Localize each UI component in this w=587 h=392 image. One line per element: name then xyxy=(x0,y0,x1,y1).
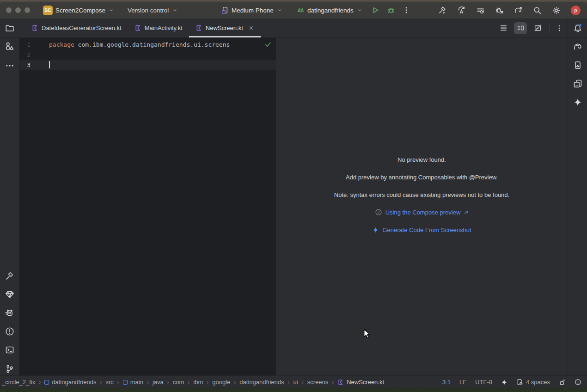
editor-tab-bar: DateIdeasGeneratorScreen.kt MainActivity… xyxy=(0,18,587,38)
run-configuration-selector[interactable]: datingandfriends xyxy=(297,2,362,18)
ai-sparkle-icon xyxy=(372,227,379,233)
breadcrumb-item[interactable]: src xyxy=(105,379,113,386)
version-control-tool-window-icon[interactable] xyxy=(5,364,14,374)
chevron-down-icon xyxy=(357,7,362,13)
close-window-button[interactable] xyxy=(6,7,12,13)
encoding-widget[interactable]: UTF-8 xyxy=(475,379,492,386)
left-tool-stripe xyxy=(0,38,19,375)
project-widget[interactable]: SC Screen2Compose xyxy=(43,2,114,18)
indent-widget[interactable]: 4 spaces xyxy=(516,379,550,386)
status-warning-icon[interactable] xyxy=(575,379,581,386)
search-icon[interactable] xyxy=(533,6,542,15)
kotlin-file-icon xyxy=(31,24,38,31)
breadcrumb-item[interactable]: google xyxy=(212,379,230,386)
close-tab-icon[interactable] xyxy=(248,25,254,31)
device-selector[interactable]: Medium Phone xyxy=(221,2,282,18)
design-view-button[interactable] xyxy=(531,22,544,34)
preview-message-title: No preview found. xyxy=(276,151,568,168)
breadcrumb-item[interactable]: datingandfriends xyxy=(239,379,284,386)
vcs-label: Version control xyxy=(128,7,169,14)
line-separator-widget[interactable]: LF xyxy=(459,379,466,386)
line-number: 2 xyxy=(19,51,49,58)
code-view-button[interactable] xyxy=(497,22,510,34)
status-bar: _circle_2_fix › datingandfriends › src ›… xyxy=(0,375,587,388)
profile-avatar[interactable]: p xyxy=(571,6,581,15)
code-editor[interactable]: 1 package com.ibm.google.datingandfriend… xyxy=(19,38,276,375)
apply-code-changes-icon[interactable] xyxy=(476,6,485,15)
breadcrumb-item[interactable]: java xyxy=(153,379,164,386)
breadcrumb-item[interactable]: main xyxy=(123,379,143,386)
ai-status-sparkle-icon[interactable] xyxy=(501,379,508,386)
chevron-down-icon xyxy=(172,7,177,13)
window-controls xyxy=(6,7,30,13)
split-view-icon xyxy=(517,24,525,32)
svg-text:?: ? xyxy=(377,210,379,214)
tab-label: MainActivity.kt xyxy=(145,24,183,31)
breadcrumb-item[interactable]: datingandfriends xyxy=(44,379,96,386)
run-configuration-label: datingandfriends xyxy=(307,7,354,14)
titlebar: SC Screen2Compose Version control Medium… xyxy=(0,2,587,18)
gradle-sync-icon[interactable] xyxy=(514,6,523,15)
code-line: package com.ibm.google.datingandfriends.… xyxy=(49,41,230,48)
tab-mainactivity[interactable]: MainActivity.kt xyxy=(128,18,189,37)
breadcrumb-item[interactable]: ui xyxy=(294,379,298,386)
module-icon xyxy=(123,380,128,385)
ide-window: SC Screen2Compose Version control Medium… xyxy=(0,2,587,388)
compose-preview-docs-link[interactable]: Using the Compose preview xyxy=(385,209,461,216)
tab-label: NewScreen.kt xyxy=(206,24,243,31)
compose-preview-panel: No preview found. Add preview by annotat… xyxy=(276,38,568,375)
build-icon[interactable] xyxy=(438,6,447,15)
tab-newscreen[interactable]: NewScreen.kt xyxy=(189,18,261,37)
mouse-cursor xyxy=(363,329,372,338)
breadcrumb-item[interactable]: ibm xyxy=(193,379,203,386)
breadcrumb-item[interactable]: screens xyxy=(307,379,329,386)
maximize-window-button[interactable] xyxy=(24,7,30,13)
cursor-position-widget[interactable]: 3:1 xyxy=(442,379,451,386)
notifications-bell-icon[interactable] xyxy=(573,24,582,33)
build-tool-window-icon[interactable] xyxy=(5,271,14,281)
tab-dateideasgeneratorscreen[interactable]: DateIdeasGeneratorScreen.kt xyxy=(25,18,128,37)
terminal-icon[interactable] xyxy=(5,345,14,355)
kotlin-file-icon xyxy=(337,379,344,386)
project-badge: SC xyxy=(43,6,53,15)
breadcrumb-item[interactable]: com xyxy=(173,379,184,386)
resource-manager-icon[interactable] xyxy=(5,42,14,51)
run-button[interactable] xyxy=(371,6,379,14)
breadcrumb-item[interactable]: _circle_2_fix xyxy=(2,379,35,386)
indent-settings-icon xyxy=(516,379,523,386)
text-caret xyxy=(49,61,50,68)
line-number-current: 3 xyxy=(19,61,49,68)
device-manager-icon[interactable] xyxy=(573,79,582,88)
preview-message-hint: Add preview by annotating Composables wi… xyxy=(276,168,568,186)
app-quality-insights-icon[interactable] xyxy=(5,290,14,299)
kotlin-file-icon xyxy=(135,24,141,31)
attach-debugger-icon[interactable] xyxy=(495,6,504,15)
split-view-button[interactable] xyxy=(514,22,527,34)
inspections-ok-icon[interactable] xyxy=(264,41,272,48)
vcs-widget[interactable]: Version control xyxy=(128,2,177,18)
minimize-window-button[interactable] xyxy=(15,7,21,13)
project-tool-window-icon[interactable] xyxy=(5,24,14,33)
logcat-icon[interactable] xyxy=(5,308,14,318)
running-devices-icon[interactable] xyxy=(573,61,582,70)
chevron-down-icon xyxy=(109,7,114,13)
breadcrumb-current-file[interactable]: NewScreen.kt xyxy=(337,379,384,386)
gradle-tool-window-icon[interactable] xyxy=(573,42,582,51)
kotlin-file-icon xyxy=(196,24,202,31)
tab-label: DateIdeasGeneratorScreen.kt xyxy=(42,24,122,31)
more-tool-windows-icon[interactable] xyxy=(5,61,14,70)
gemini-assistant-icon[interactable] xyxy=(573,98,582,107)
problems-icon[interactable] xyxy=(5,327,14,336)
apply-changes-icon[interactable] xyxy=(457,6,466,15)
tab-options-icon[interactable] xyxy=(556,24,563,32)
debug-button[interactable] xyxy=(387,6,395,14)
virtual-device-icon xyxy=(221,6,229,14)
generate-code-from-screenshot-link[interactable]: Generate Code From Screenshot xyxy=(382,227,471,233)
project-name: Screen2Compose xyxy=(55,7,105,14)
code-view-icon xyxy=(500,24,508,32)
settings-icon[interactable] xyxy=(552,6,561,15)
writable-lock-icon[interactable] xyxy=(559,379,566,386)
more-actions-icon[interactable] xyxy=(403,6,410,14)
external-link-icon xyxy=(464,210,469,215)
line-number: 1 xyxy=(19,41,49,48)
